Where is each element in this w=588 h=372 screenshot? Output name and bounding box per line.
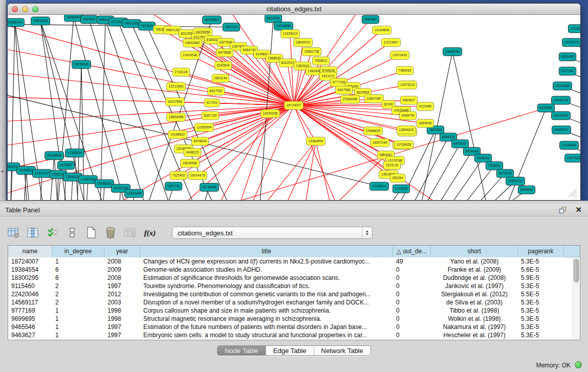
network-window-titlebar[interactable]: citations_edges.txt [8, 4, 580, 15]
tab-edge-table[interactable]: Edge Table [266, 346, 314, 355]
table-row[interactable]: 1830029562008Estimation of significance … [8, 274, 580, 282]
network-node-yellow[interactable]: 2803144 [212, 74, 229, 82]
column-header-short[interactable]: short [431, 246, 518, 257]
edge[interactable] [8, 46, 294, 105]
network-node-teal[interactable]: 2087682 [362, 15, 379, 24]
network-node-teal[interactable]: 12923448 [125, 189, 144, 198]
network-node-teal[interactable]: 17359924 [66, 149, 84, 157]
network-node-yellow[interactable]: 18300295 [261, 110, 280, 118]
network-node-teal[interactable]: 20691406 [31, 17, 50, 25]
edge[interactable] [315, 155, 386, 200]
network-node-yellow[interactable]: 9498222 [184, 148, 201, 157]
network-node-teal[interactable]: 8215955 [537, 104, 554, 112]
table-row[interactable]: 969969511998Structural magnetic resonanc… [8, 315, 580, 323]
network-node-teal[interactable]: 12342737 [33, 169, 52, 178]
network-node-yellow[interactable]: 9699695 [417, 119, 433, 127]
network-node-teal[interactable]: 8471676 [496, 169, 513, 178]
network-node-teal[interactable]: 15751074 [562, 38, 580, 47]
new-column-icon[interactable] [85, 226, 98, 239]
network-node-teal[interactable]: 1733426 [393, 185, 409, 193]
column-header-pagerank[interactable]: pagerank [518, 246, 564, 257]
network-node-yellow[interactable]: 9115460 [417, 102, 433, 111]
network-node-yellow[interactable]: 18407249 [371, 139, 389, 147]
network-node-teal[interactable]: 9457791 [165, 182, 182, 190]
column-header-name[interactable]: name [8, 246, 52, 257]
network-node-yellow[interactable]: 1615132 [383, 161, 400, 169]
citation-network-graph[interactable]: 2405572420691406106532571527602646616010… [8, 15, 580, 200]
network-node-teal[interactable]: 9245652 [518, 186, 535, 194]
attribute-table[interactable]: namein_degreeyeartitle△ out_de...shortpa… [8, 245, 580, 340]
table-row[interactable]: 977716911998Corpus callosum shape and si… [8, 307, 580, 315]
edge[interactable] [448, 166, 494, 200]
network-node-teal[interactable]: 10654112 [506, 177, 525, 185]
dropdown-stepper-icon[interactable]: ▲▼ [362, 227, 372, 238]
show-column-icon[interactable] [27, 226, 40, 239]
network-node-teal[interactable]: 17957253 [79, 176, 98, 184]
edge[interactable] [26, 170, 31, 200]
network-view-window[interactable]: citations_edges.txt 24055724206914061065… [7, 3, 581, 201]
edge[interactable] [276, 141, 316, 200]
network-node-yellow[interactable]: 16961758 [302, 48, 321, 56]
table-row[interactable]: 1872400712008Changes of HCN gene express… [8, 257, 580, 266]
table-row[interactable]: 946362711997Embryonic stem cells: a mode… [8, 331, 580, 339]
network-node-yellow[interactable]: 9463627 [400, 96, 417, 104]
edge[interactable] [452, 52, 491, 200]
network-node-teal[interactable]: 2935114 [474, 154, 491, 162]
collapse-arrow-icon[interactable]: ◂ [1, 169, 3, 173]
network-node-yellow[interactable]: 12353594 [195, 123, 214, 132]
network-node-yellow[interactable]: 19166822 [168, 130, 187, 139]
network-node-teal[interactable]: 10653257 [64, 15, 83, 21]
network-node-yellow[interactable]: 12213967 [382, 38, 401, 47]
edge[interactable] [8, 105, 294, 148]
network-node-yellow[interactable]: 8267150 [202, 112, 219, 120]
edge[interactable] [248, 141, 316, 200]
float-window-icon[interactable] [559, 207, 568, 214]
network-node-teal[interactable]: 15892971 [552, 126, 571, 134]
network-node-teal[interactable]: 16033809 [203, 16, 222, 24]
network-node-teal[interactable]: 12444132 [552, 96, 571, 104]
window-resize-grip[interactable] [572, 192, 577, 197]
edge[interactable] [294, 42, 303, 105]
network-node-yellow[interactable]: 8322037 [279, 59, 296, 67]
network-node-yellow[interactable]: 10688639 [364, 127, 383, 135]
network-node-yellow[interactable]: 7485063 [396, 67, 413, 75]
table-row[interactable]: 911546021997Tourette syndrome. Phenomeno… [8, 282, 580, 290]
network-node-yellow[interactable]: 917004 [204, 99, 220, 107]
network-node-yellow[interactable]: 8427552 [207, 87, 224, 95]
table-row[interactable]: 1456911722003Disruption of a novel membe… [8, 298, 580, 307]
network-node-teal[interactable]: 14136141 [370, 182, 389, 190]
network-node-yellow[interactable]: 16914479 [188, 171, 207, 180]
network-node-teal[interactable]: 1111304 [568, 25, 580, 33]
edge[interactable] [316, 141, 335, 200]
network-node-yellow[interactable]: 20364456 [341, 95, 360, 103]
network-node-teal[interactable]: 17016534 [560, 141, 579, 149]
network-node-yellow[interactable]: 8978834 [191, 137, 208, 145]
column-header-title[interactable]: title [140, 246, 393, 257]
table-row[interactable]: 1938455462009Genome-wide association stu… [8, 266, 580, 274]
network-node-teal[interactable]: 7932621 [486, 162, 503, 170]
vertical-scrollbar[interactable] [573, 258, 579, 340]
table-select-dropdown[interactable]: citations_edges.txt ▲▼ [172, 227, 373, 239]
left-panel-collapse-strip[interactable]: ◂ [0, 0, 6, 205]
network-node-teal[interactable]: 6479197 [451, 140, 468, 148]
network-node-yellow[interactable]: 6497568 [335, 86, 352, 94]
row-height-icon[interactable] [66, 226, 79, 239]
network-canvas[interactable]: 2405572420691406106532571527602646616010… [8, 15, 580, 200]
network-node-yellow[interactable]: 7955812 [312, 57, 329, 65]
network-node-teal[interactable]: 20206556 [45, 151, 64, 160]
network-node-yellow[interactable]: 22420046 [181, 51, 200, 59]
network-node-teal[interactable]: 24055724 [8, 18, 24, 27]
network-node-teal[interactable]: 9329965 [559, 53, 576, 61]
network-node-yellow[interactable]: 10807487 [365, 95, 384, 103]
network-node-teal[interactable]: 19218586 [274, 22, 293, 30]
edge[interactable] [181, 72, 294, 105]
edge[interactable] [8, 105, 294, 122]
network-node-yellow[interactable]: 9495794 [399, 112, 416, 120]
network-node-yellow[interactable]: 7625402 [170, 171, 187, 180]
network-node-teal[interactable]: 12093582 [553, 82, 572, 90]
network-node-yellow[interactable]: 18724007 [285, 101, 303, 110]
network-node-yellow[interactable]: 12975115 [398, 81, 417, 89]
network-node-teal[interactable]: 9975857 [57, 161, 74, 169]
network-node-yellow[interactable]: 9242844 [214, 61, 231, 70]
network-node-yellow[interactable]: 13654923 [397, 126, 416, 134]
